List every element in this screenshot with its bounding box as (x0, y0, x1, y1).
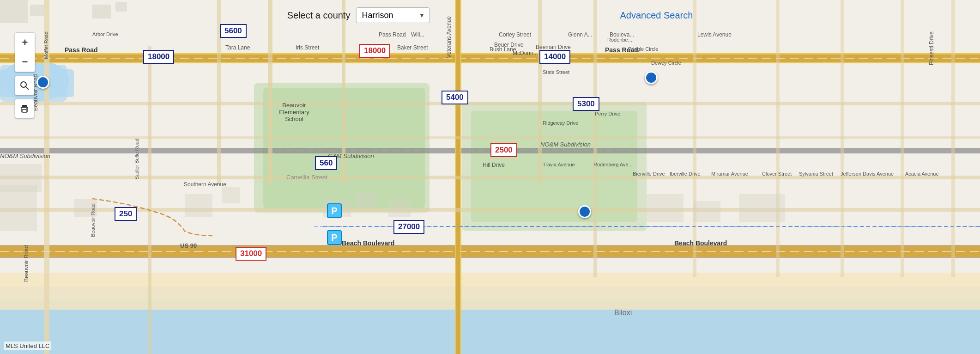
map-marker-3[interactable] (578, 205, 591, 218)
svg-rect-35 (0, 176, 980, 179)
mls-text: MLS United LLC (6, 342, 49, 349)
parking-icon-2: P (327, 230, 342, 245)
svg-rect-38 (0, 0, 28, 23)
print-icon (19, 104, 30, 114)
svg-rect-40 (92, 5, 111, 18)
svg-rect-42 (74, 199, 97, 217)
price-label-18000-left[interactable]: 18000 (143, 50, 174, 64)
map-marker-2[interactable] (645, 71, 658, 84)
price-label-18000-red[interactable]: 18000 (359, 44, 390, 58)
price-label-2500[interactable]: 2500 (490, 143, 517, 157)
svg-rect-48 (693, 201, 720, 222)
map-marker-1[interactable] (36, 76, 49, 89)
parking-icon-1: P (327, 203, 342, 218)
svg-rect-27 (148, 46, 151, 354)
svg-point-53 (21, 82, 26, 87)
svg-rect-39 (30, 5, 44, 16)
zoom-controls: + − (15, 32, 35, 72)
zoom-in-button[interactable]: + (15, 33, 35, 52)
county-select-label: Select a county (287, 10, 351, 21)
advanced-search-link[interactable]: Advanced Search (620, 10, 693, 21)
price-label-27000[interactable]: 27000 (393, 220, 424, 234)
svg-rect-25 (538, 0, 542, 185)
svg-rect-47 (647, 194, 684, 222)
svg-rect-10 (471, 111, 637, 222)
price-label-5400[interactable]: 5400 (442, 91, 468, 104)
map-controls: + − (15, 32, 35, 118)
svg-line-54 (26, 87, 29, 90)
svg-rect-34 (0, 102, 980, 105)
zoom-out-button[interactable]: − (15, 52, 35, 72)
price-label-31000[interactable]: 31000 (236, 247, 266, 261)
map-container: Pass Road Pass Road Beach Boulevard Beac… (0, 0, 980, 354)
search-button[interactable] (15, 76, 34, 95)
price-label-14000[interactable]: 14000 (539, 50, 570, 64)
svg-rect-49 (739, 194, 785, 222)
svg-rect-45 (185, 194, 212, 217)
top-controls: Select a county Harrison Hancock Jackson… (287, 7, 693, 23)
price-label-250[interactable]: 250 (115, 207, 137, 221)
svg-rect-37 (0, 136, 980, 139)
svg-rect-56 (22, 105, 27, 108)
svg-rect-57 (22, 110, 27, 112)
print-button[interactable] (15, 99, 34, 118)
svg-rect-23 (268, 0, 272, 185)
svg-rect-46 (222, 187, 240, 203)
svg-rect-24 (342, 0, 345, 185)
county-select-wrapper[interactable]: Harrison Hancock Jackson Pearl River ▼ (356, 7, 430, 23)
price-label-5300[interactable]: 5300 (573, 97, 599, 111)
search-icon (19, 80, 30, 91)
price-label-560[interactable]: 560 (315, 156, 337, 170)
county-select[interactable]: Harrison Hancock Jackson Pearl River (356, 7, 430, 23)
svg-rect-51 (356, 192, 376, 208)
mls-footer: MLS United LLC (4, 342, 51, 350)
svg-rect-41 (115, 2, 127, 12)
svg-rect-6 (0, 273, 980, 310)
svg-rect-44 (0, 164, 42, 192)
svg-point-58 (26, 108, 27, 109)
price-label-5600[interactable]: 5600 (220, 24, 247, 38)
svg-rect-52 (388, 199, 411, 217)
